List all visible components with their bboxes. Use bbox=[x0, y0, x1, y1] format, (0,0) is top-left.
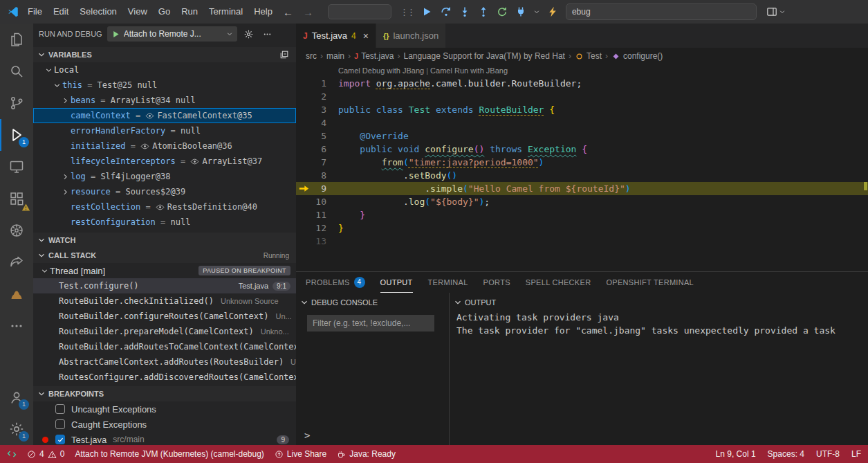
menu-selection[interactable]: Selection bbox=[74, 0, 122, 24]
debug-console-pane-header[interactable]: DEBUG CONSOLE bbox=[296, 293, 449, 309]
panel-tab-terminal[interactable]: TERMINAL bbox=[428, 272, 468, 293]
code-line-7[interactable]: 7 from("timer:java?period=1000") bbox=[296, 156, 868, 169]
variable-restconfiguration[interactable]: restConfiguration = null bbox=[33, 215, 296, 230]
scope-row-local[interactable]: Local bbox=[33, 62, 296, 78]
variables-header[interactable]: VARIABLES bbox=[33, 47, 296, 62]
breakpoints-header[interactable]: BREAKPOINTS bbox=[33, 386, 296, 401]
watch-header[interactable]: WATCH bbox=[33, 233, 296, 248]
close-icon[interactable]: × bbox=[363, 30, 369, 42]
activity-live-share[interactable] bbox=[0, 246, 33, 278]
activity-more[interactable] bbox=[0, 310, 33, 342]
code-line-8[interactable]: 8 .setBody() bbox=[296, 169, 868, 182]
debug-console-filter-input[interactable] bbox=[307, 315, 434, 332]
restart-icon[interactable] bbox=[496, 6, 508, 18]
panel-tab-openshift-terminal[interactable]: OPENSHIFT TERMINAL bbox=[606, 272, 694, 293]
stack-frame-routesconfigurer-adddisc[interactable]: RoutesConfigurer.addDiscoveredRoutes(Cam… bbox=[33, 370, 296, 385]
code-line-13[interactable]: 13 bbox=[296, 235, 868, 248]
activity-search[interactable] bbox=[0, 55, 33, 87]
go-forward-icon[interactable]: → bbox=[303, 6, 313, 18]
stack-frame-routebuilder-checkinitia[interactable]: RouteBuilder.checkInitialized()Unknown S… bbox=[33, 293, 296, 309]
panel-tab-output[interactable]: OUTPUT bbox=[380, 272, 413, 293]
codelens-link-camel-debug-with-jbang[interactable]: Camel Debug with JBang bbox=[338, 66, 424, 75]
breakpoint-checkbox[interactable] bbox=[55, 435, 65, 444]
code-line-9[interactable]: 9 .simple("Hello Camel from ${routeId}") bbox=[296, 182, 868, 195]
start-debug-icon[interactable] bbox=[111, 30, 120, 39]
drag-grip-icon[interactable]: ⋮⋮ bbox=[400, 7, 415, 17]
cursor-position[interactable]: Ln 9, Col 1 bbox=[716, 449, 756, 459]
panel-tab-problems[interactable]: PROBLEMS4 bbox=[306, 272, 365, 293]
menu-go[interactable]: Go bbox=[153, 0, 176, 24]
stack-frame-abstractcamelcontext-add[interactable]: AbstractCamelContext.addRoutes(RoutesBui… bbox=[33, 354, 296, 370]
eol-status[interactable]: LF bbox=[851, 449, 861, 459]
encoding-status[interactable]: UTF-8 bbox=[816, 449, 840, 459]
step-over-icon[interactable] bbox=[440, 6, 452, 18]
go-back-icon[interactable]: ← bbox=[283, 6, 293, 18]
lazy-eval-eye-icon[interactable] bbox=[140, 142, 149, 151]
variable-this[interactable]: this = Test@25 null bbox=[33, 78, 296, 93]
breadcrumb-src[interactable]: src bbox=[306, 51, 317, 61]
activity-source-control[interactable] bbox=[0, 87, 33, 119]
code-line-3[interactable]: 3public class Test extends RouteBuilder … bbox=[296, 103, 868, 116]
breakpoint-test-java[interactable]: Test.javasrc/main9 bbox=[33, 432, 296, 445]
stack-frame-routebuilder-configurero[interactable]: RouteBuilder.configureRoutes(CamelContex… bbox=[33, 309, 296, 324]
code-line-1[interactable]: 1import org.apache.camel.builder.RouteBu… bbox=[296, 77, 868, 90]
activity-run-and-debug[interactable]: 1 bbox=[0, 119, 33, 151]
code-line-11[interactable]: 11 } bbox=[296, 208, 868, 221]
disconnect-icon[interactable] bbox=[515, 6, 527, 18]
output-pane-header[interactable]: OUTPUT bbox=[450, 293, 868, 309]
step-out-icon[interactable] bbox=[477, 6, 490, 18]
tab-launch-json[interactable]: {}launch.json bbox=[376, 24, 446, 48]
codelens-link-camel-run-with-jbang[interactable]: Camel Run with JBang bbox=[430, 66, 508, 75]
continue-icon[interactable] bbox=[421, 6, 434, 18]
panel-tab-spell-checker[interactable]: SPELL CHECKER bbox=[526, 272, 591, 293]
breakpoint-checkbox[interactable] bbox=[55, 404, 65, 414]
java-status[interactable]: Java: Ready bbox=[337, 449, 396, 459]
thread-row[interactable]: Thread [main] PAUSED ON BREAKPOINT bbox=[33, 263, 296, 278]
command-center-box[interactable] bbox=[328, 4, 391, 19]
breadcrumb-main[interactable]: main bbox=[326, 51, 344, 61]
code-line-5[interactable]: 5 @Override bbox=[296, 129, 868, 143]
chevron-down-icon[interactable] bbox=[533, 8, 540, 15]
debug-session-status[interactable]: Attach to Remote JVM (Kubernetes) (camel… bbox=[75, 449, 264, 459]
activity-extensions[interactable] bbox=[0, 183, 33, 215]
repl-prompt[interactable]: > bbox=[304, 430, 310, 441]
editor-layout-button[interactable] bbox=[766, 6, 786, 17]
menu-file[interactable]: File bbox=[22, 0, 48, 24]
breadcrumb-test-java[interactable]: JTest.java bbox=[354, 51, 394, 61]
breadcrumb-language-support-for-java-tm-by-red-hat[interactable]: Language Support for Java(TM) by Red Hat bbox=[404, 51, 565, 61]
variable-log[interactable]: log = Slf4jLogger@38 bbox=[33, 169, 296, 184]
activity-explorer[interactable] bbox=[0, 24, 33, 55]
code-line-6[interactable]: 6 public void configure() throws Excepti… bbox=[296, 143, 868, 156]
launch-config-dropdown[interactable]: Attach to Remote J... bbox=[107, 26, 237, 42]
breadcrumb-test[interactable]: Test bbox=[575, 51, 602, 61]
code-editor[interactable]: Camel Debug with JBang | Camel Run with … bbox=[296, 64, 868, 271]
code-line-10[interactable]: 10 .log("${body}"); bbox=[296, 195, 868, 208]
variable-lifecycleinterceptors[interactable]: lifecycleInterceptors = ArrayList@37 bbox=[33, 154, 296, 169]
variable-errorhandlerfactory[interactable]: errorHandlerFactory = null bbox=[33, 123, 296, 138]
tab-test-java[interactable]: JTest.java4× bbox=[296, 24, 376, 48]
menu-view[interactable]: View bbox=[122, 0, 153, 24]
variable-resource[interactable]: resource = Sources$2@39 bbox=[33, 184, 296, 199]
menu-help[interactable]: Help bbox=[248, 0, 278, 24]
stack-frame-test-configure[interactable]: Test.configure()Test.java9:1 bbox=[33, 278, 296, 293]
lazy-eval-eye-icon[interactable] bbox=[190, 157, 199, 166]
breadcrumb-configure[interactable]: configure() bbox=[611, 51, 663, 61]
menu-terminal[interactable]: Terminal bbox=[203, 0, 248, 24]
activity-camel[interactable] bbox=[0, 278, 33, 310]
variable-camelcontext[interactable]: camelContext = FastCamelContext@35 bbox=[33, 108, 296, 123]
activity-kubernetes[interactable] bbox=[0, 215, 33, 246]
activity-accounts[interactable]: 1 bbox=[0, 381, 33, 413]
bolt-icon[interactable] bbox=[546, 6, 559, 18]
breakpoint-checkbox[interactable] bbox=[55, 419, 65, 429]
code-line-4[interactable]: 4 bbox=[296, 116, 868, 129]
collapse-all-icon[interactable] bbox=[279, 50, 289, 60]
code-line-2[interactable]: 2 bbox=[296, 90, 868, 103]
lazy-eval-eye-icon[interactable] bbox=[145, 111, 154, 120]
menu-edit[interactable]: Edit bbox=[48, 0, 74, 24]
stack-frame-routebuilder-addroutesto[interactable]: RouteBuilder.addRoutesToCamelContext(Cam… bbox=[33, 339, 296, 354]
debug-search-box[interactable]: ebug bbox=[566, 3, 757, 20]
problems-status[interactable]: 4 0 bbox=[27, 449, 64, 459]
activity-settings[interactable]: 1 bbox=[0, 413, 33, 445]
indentation-status[interactable]: Spaces: 4 bbox=[768, 449, 804, 459]
remote-indicator[interactable] bbox=[7, 449, 17, 459]
